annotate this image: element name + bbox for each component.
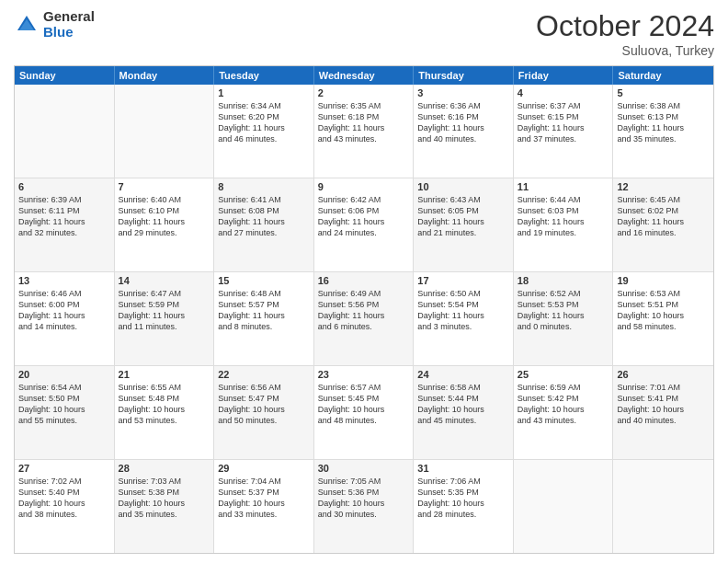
cell-line: Sunset: 5:57 PM [218, 299, 310, 310]
cell-line: Daylight: 11 hours [318, 310, 410, 321]
cell-line: Daylight: 11 hours [518, 216, 609, 227]
day-number: 28 [119, 463, 210, 474]
calendar-row: 6Sunrise: 6:39 AMSunset: 6:11 PMDaylight… [15, 178, 713, 272]
calendar-cell [514, 460, 614, 553]
cell-line: Daylight: 10 hours [417, 498, 509, 509]
cell-line: Sunrise: 7:05 AM [318, 476, 410, 487]
day-number: 23 [318, 369, 410, 380]
calendar-cell: 8Sunrise: 6:41 AMSunset: 6:08 PMDaylight… [214, 178, 314, 271]
cell-line: and 35 minutes. [617, 133, 710, 144]
cell-line: Sunrise: 6:46 AM [18, 288, 110, 299]
cell-line: and 40 minutes. [417, 133, 509, 144]
cell-line: Sunrise: 7:01 AM [617, 382, 710, 393]
calendar-body: 1Sunrise: 6:34 AMSunset: 6:20 PMDaylight… [15, 85, 713, 553]
calendar: SundayMondayTuesdayWednesdayThursdayFrid… [14, 65, 714, 554]
calendar-cell: 16Sunrise: 6:49 AMSunset: 5:56 PMDayligh… [314, 272, 415, 365]
cell-line: Daylight: 10 hours [318, 498, 410, 509]
calendar-row: 1Sunrise: 6:34 AMSunset: 6:20 PMDaylight… [15, 85, 713, 178]
cell-line: and 35 minutes. [119, 509, 210, 520]
weekday-header: Friday [514, 66, 614, 85]
cell-line: and 43 minutes. [318, 133, 410, 144]
weekday-header: Monday [115, 66, 215, 85]
calendar-cell: 30Sunrise: 7:05 AMSunset: 5:36 PMDayligh… [314, 460, 415, 553]
cell-line: Sunrise: 6:57 AM [318, 382, 410, 393]
cell-line: Sunrise: 6:42 AM [318, 194, 410, 205]
cell-line: Daylight: 11 hours [417, 122, 509, 133]
calendar-cell: 28Sunrise: 7:03 AMSunset: 5:38 PMDayligh… [115, 460, 215, 553]
cell-line: Sunset: 6:15 PM [518, 111, 609, 122]
cell-line: Sunrise: 6:44 AM [518, 194, 609, 205]
calendar-row: 13Sunrise: 6:46 AMSunset: 6:00 PMDayligh… [15, 272, 713, 366]
day-number: 17 [417, 275, 509, 286]
page: General Blue October 2024 Suluova, Turke… [0, 0, 728, 563]
cell-line: Sunset: 5:54 PM [417, 299, 509, 310]
calendar-cell: 5Sunrise: 6:38 AMSunset: 6:13 PMDaylight… [613, 85, 713, 178]
day-number: 3 [417, 87, 509, 98]
cell-line: Sunset: 5:36 PM [318, 487, 410, 498]
cell-line: Sunset: 5:38 PM [119, 487, 210, 498]
cell-line: and 53 minutes. [119, 415, 210, 426]
day-number: 19 [617, 275, 710, 286]
cell-line: Sunrise: 6:47 AM [119, 288, 210, 299]
cell-line: Daylight: 11 hours [417, 310, 509, 321]
cell-line: and 37 minutes. [518, 133, 609, 144]
day-number: 20 [18, 369, 110, 380]
cell-line: Sunrise: 6:49 AM [318, 288, 410, 299]
cell-line: and 50 minutes. [218, 415, 310, 426]
cell-line: Daylight: 10 hours [518, 404, 609, 415]
cell-line: and 43 minutes. [518, 415, 609, 426]
cell-line: Sunset: 5:50 PM [18, 393, 110, 404]
cell-line: Daylight: 11 hours [218, 122, 310, 133]
calendar-cell: 21Sunrise: 6:55 AMSunset: 5:48 PMDayligh… [115, 366, 215, 459]
calendar-cell: 14Sunrise: 6:47 AMSunset: 5:59 PMDayligh… [115, 272, 215, 365]
weekday-header: Sunday [15, 66, 115, 85]
day-number: 13 [18, 275, 110, 286]
cell-line: Sunset: 5:47 PM [218, 393, 310, 404]
calendar-cell: 20Sunrise: 6:54 AMSunset: 5:50 PMDayligh… [15, 366, 115, 459]
calendar-cell: 12Sunrise: 6:45 AMSunset: 6:02 PMDayligh… [613, 178, 713, 271]
calendar-cell: 23Sunrise: 6:57 AMSunset: 5:45 PMDayligh… [314, 366, 415, 459]
cell-line: and 33 minutes. [218, 509, 310, 520]
cell-line: Daylight: 10 hours [617, 404, 710, 415]
day-number: 1 [218, 87, 310, 98]
day-number: 15 [218, 275, 310, 286]
day-number: 18 [518, 275, 609, 286]
logo-text: General Blue [43, 9, 95, 40]
calendar-cell: 6Sunrise: 6:39 AMSunset: 6:11 PMDaylight… [15, 178, 115, 271]
calendar-cell: 29Sunrise: 7:04 AMSunset: 5:37 PMDayligh… [214, 460, 314, 553]
cell-line: Sunrise: 6:37 AM [518, 100, 609, 111]
calendar-cell: 19Sunrise: 6:53 AMSunset: 5:51 PMDayligh… [613, 272, 713, 365]
weekday-header: Saturday [613, 66, 713, 85]
cell-line: Sunset: 5:35 PM [417, 487, 509, 498]
cell-line: Daylight: 10 hours [417, 404, 509, 415]
weekday-header: Wednesday [314, 66, 415, 85]
logo-icon [14, 12, 40, 38]
cell-line: Sunset: 5:42 PM [518, 393, 609, 404]
cell-line: Sunset: 6:11 PM [18, 205, 110, 216]
cell-line: Daylight: 11 hours [617, 122, 710, 133]
day-number: 25 [518, 369, 609, 380]
day-number: 26 [617, 369, 710, 380]
cell-line: Sunrise: 6:36 AM [417, 100, 509, 111]
cell-line: Sunset: 6:16 PM [417, 111, 509, 122]
cell-line: Sunrise: 6:58 AM [417, 382, 509, 393]
logo-blue-text: Blue [43, 25, 95, 40]
cell-line: Daylight: 11 hours [119, 310, 210, 321]
cell-line: Sunrise: 6:55 AM [119, 382, 210, 393]
day-number: 4 [518, 87, 609, 98]
weekday-header: Tuesday [214, 66, 314, 85]
cell-line: Sunrise: 6:50 AM [417, 288, 509, 299]
cell-line: Sunset: 6:10 PM [119, 205, 210, 216]
day-number: 5 [617, 87, 710, 98]
header: General Blue October 2024 Suluova, Turke… [14, 9, 714, 58]
cell-line: Daylight: 11 hours [518, 122, 609, 133]
cell-line: and 11 minutes. [119, 321, 210, 332]
cell-line: Daylight: 11 hours [119, 216, 210, 227]
cell-line: Sunrise: 6:35 AM [318, 100, 410, 111]
cell-line: and 6 minutes. [318, 321, 410, 332]
cell-line: and 40 minutes. [617, 415, 710, 426]
cell-line: Sunset: 6:13 PM [617, 111, 710, 122]
calendar-cell: 11Sunrise: 6:44 AMSunset: 6:03 PMDayligh… [514, 178, 614, 271]
cell-line: and 48 minutes. [318, 415, 410, 426]
cell-line: Sunset: 5:51 PM [617, 299, 710, 310]
